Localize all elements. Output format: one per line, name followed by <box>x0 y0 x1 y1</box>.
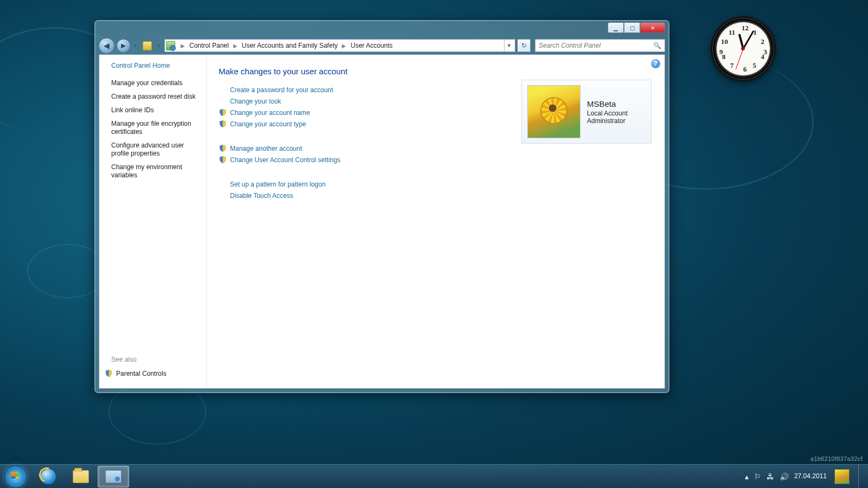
show-desktop-button[interactable] <box>858 465 864 489</box>
page-title: Make changes to your user account <box>219 67 653 76</box>
chevron-right-icon: ▶ <box>339 43 349 49</box>
account-role: Administrator <box>587 117 628 125</box>
search-icon[interactable]: 🔍 <box>653 42 661 49</box>
tray-show-hidden-icon[interactable]: ▴ <box>745 472 749 481</box>
clock-gadget[interactable]: 12 1 2 3 4 5 6 7 8 9 10 11 <box>711 16 776 81</box>
minimize-button[interactable]: ▁ <box>608 22 624 33</box>
breadcrumb-user-accounts-family[interactable]: User Accounts and Family Safety <box>240 42 340 49</box>
clock-minute-hand <box>743 30 755 49</box>
shield-icon <box>219 156 227 164</box>
shield-icon <box>219 120 227 128</box>
search-input[interactable] <box>539 42 653 49</box>
sidebar-link-encryption-certs[interactable]: Manage your file encryption certificates <box>111 120 201 136</box>
shield-icon <box>219 108 227 117</box>
taskbar-control-panel[interactable] <box>98 466 129 487</box>
taskbar-ie[interactable] <box>33 466 64 487</box>
breadcrumb-user-accounts[interactable]: User Accounts <box>349 42 394 49</box>
tray-action-center-icon[interactable]: ⚐ <box>754 472 761 481</box>
left-navigation-pane: Control Panel Home Manage your credentia… <box>99 55 207 388</box>
control-panel-icon <box>166 41 175 50</box>
clock-face: 12 1 2 3 4 5 6 7 8 9 10 11 <box>718 23 769 74</box>
taskbar: ▴ ⚐ 🖧 🔊 27.04.2011 <box>0 464 868 488</box>
refresh-button[interactable]: ↻ <box>518 39 531 52</box>
action-change-look[interactable]: Change your look <box>230 98 281 105</box>
build-watermark: a1b6210f837a32cf <box>810 455 863 462</box>
sidebar-link-online-ids[interactable]: Link online IDs <box>111 106 201 114</box>
chevron-right-icon: ▶ <box>178 43 188 49</box>
folder-icon[interactable] <box>143 41 152 50</box>
address-dropdown[interactable]: ▼ <box>504 40 514 52</box>
action-change-name[interactable]: Change your account name <box>230 109 310 117</box>
control-panel-icon <box>105 470 122 483</box>
search-box[interactable]: 🔍 <box>535 39 665 52</box>
shield-icon <box>105 369 113 377</box>
nav-forward-button[interactable]: ▶ <box>117 39 130 53</box>
shield-icon <box>219 144 227 152</box>
action-disable-touch[interactable]: Disable Touch Access <box>230 192 293 200</box>
chevron-right-icon: ▶ <box>231 43 240 49</box>
explorer-icon <box>73 470 89 483</box>
taskbar-explorer[interactable] <box>65 466 97 487</box>
see-also-label: See also <box>111 356 137 363</box>
sidebar-link-credentials[interactable]: Manage your credentials <box>111 79 201 87</box>
close-button[interactable]: ✕ <box>640 22 665 33</box>
sidebar-link-profile-props[interactable]: Configure advanced user profile properti… <box>111 142 201 158</box>
account-card: MSBeta Local Account Administrator <box>521 80 652 144</box>
account-name: MSBeta <box>587 99 628 108</box>
action-create-password[interactable]: Create a password for your account <box>230 86 333 94</box>
tray-network-icon[interactable]: 🖧 <box>767 472 774 481</box>
action-pattern-logon[interactable]: Set up a pattern for pattern logon <box>230 181 326 188</box>
folder-dropdown[interactable]: ▼ <box>156 38 162 53</box>
action-uac-settings[interactable]: Change User Account Control settings <box>230 156 340 164</box>
control-panel-home-link[interactable]: Control Panel Home <box>111 62 201 69</box>
clock-center <box>741 47 745 50</box>
breadcrumb-control-panel[interactable]: Control Panel <box>188 42 231 49</box>
main-content-pane: ? Make changes to your user account Crea… <box>207 55 665 388</box>
ie-icon <box>41 469 56 484</box>
maximize-button[interactable]: ▢ <box>624 22 640 33</box>
account-type: Local Account <box>587 110 628 117</box>
tray-user-picture[interactable] <box>834 469 850 484</box>
tray-date: 27.04.2011 <box>794 472 827 480</box>
action-change-type[interactable]: Change your account type <box>230 120 306 128</box>
control-panel-window: ▁ ▢ ✕ ◀ ▶ ▼ ▼ ▶ Control Panel ▶ User Acc… <box>94 20 669 393</box>
address-bar[interactable]: ▶ Control Panel ▶ User Accounts and Fami… <box>164 39 515 52</box>
sidebar-link-password-reset[interactable]: Create a password reset disk <box>111 93 201 101</box>
tray-volume-icon[interactable]: 🔊 <box>780 472 789 481</box>
clock-second-hand <box>736 49 744 69</box>
action-manage-another[interactable]: Manage another account <box>230 145 302 152</box>
nav-back-button[interactable]: ◀ <box>99 38 114 54</box>
tray-clock[interactable]: 27.04.2011 <box>794 472 827 480</box>
parental-controls-link[interactable]: Parental Controls <box>105 369 167 377</box>
help-icon[interactable]: ? <box>651 59 660 68</box>
system-tray: ▴ ⚐ 🖧 🔊 27.04.2011 <box>745 465 864 489</box>
account-info: MSBeta Local Account Administrator <box>587 99 628 125</box>
start-button[interactable] <box>4 465 27 488</box>
nav-history-dropdown[interactable]: ▼ <box>132 38 139 53</box>
parental-controls-label: Parental Controls <box>116 370 167 377</box>
account-picture[interactable] <box>527 85 580 138</box>
sidebar-link-env-vars[interactable]: Change my environment variables <box>111 163 201 179</box>
action-group-3: Set up a pattern for pattern logon Disab… <box>219 180 653 200</box>
action-group-2: Manage another account Change User Accou… <box>219 144 653 164</box>
